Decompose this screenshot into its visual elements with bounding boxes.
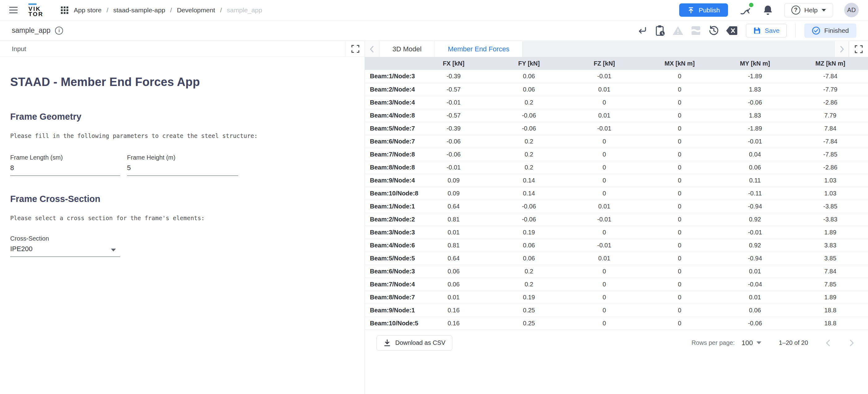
- cell-value: -0.94: [717, 252, 793, 265]
- table-footer: Download as CSV Rows per page: 100 1–20 …: [365, 330, 868, 356]
- history-icon[interactable]: [707, 24, 721, 37]
- top-bar-actions: Publish ? Help AD: [679, 3, 859, 17]
- cross-section-dropdown[interactable]: IPE200: [10, 245, 120, 257]
- frame-length-input[interactable]: 8: [10, 164, 120, 176]
- cell-value: 0.64: [416, 200, 491, 213]
- breadcrumb-app-store[interactable]: App store: [74, 6, 102, 14]
- warnings-icon[interactable]: [671, 24, 685, 37]
- row-label: Beam:9/Node:4: [365, 174, 416, 187]
- section-description: Please fill in the following parameters …: [10, 132, 352, 139]
- parametrization-form: STAAD - Member End Forces App Frame Geom…: [0, 57, 365, 257]
- cell-value: 0: [567, 291, 642, 304]
- app-store-grid-icon: [61, 6, 68, 14]
- row-label: Beam:1/Node:1: [365, 200, 416, 213]
- row-label: Beam:8/Node:8: [365, 161, 416, 174]
- publish-button[interactable]: Publish: [679, 3, 728, 17]
- tab-3d-model[interactable]: 3D Model: [379, 41, 435, 57]
- download-csv-button[interactable]: Download as CSV: [376, 335, 453, 351]
- table-row: Beam:8/Node:70.010.19000.011.89: [365, 291, 868, 304]
- tabs-scroll-right-icon[interactable]: [834, 41, 849, 57]
- editor-toolbar-actions: Save Finished: [635, 24, 856, 38]
- viktor-logo[interactable]: VIK TOR: [28, 3, 43, 17]
- cell-value: 0.16: [416, 304, 491, 317]
- cell-value: -0.06: [416, 148, 491, 161]
- cell-value: -0.01: [717, 135, 793, 148]
- cell-value: 1.89: [793, 226, 868, 239]
- frame-length-field[interactable]: Frame Length (sm) 8: [10, 154, 120, 176]
- layers-icon[interactable]: [689, 24, 703, 37]
- editor-toolbar: sample_app i: [0, 21, 868, 41]
- cell-value: 0.81: [416, 239, 491, 252]
- row-label: Beam:3/Node:3: [365, 226, 416, 239]
- cell-value: 0: [567, 135, 642, 148]
- help-button[interactable]: ? Help: [784, 3, 833, 17]
- cell-value: 7.84: [793, 265, 868, 278]
- frame-height-label: Frame Height (m): [127, 154, 238, 161]
- cell-value: 0: [642, 174, 717, 187]
- row-label: Beam:9/Node:1: [365, 304, 416, 317]
- row-label: Beam:7/Node:4: [365, 278, 416, 291]
- notifications-bell-icon[interactable]: [763, 4, 773, 16]
- cell-value: 0.09: [416, 187, 491, 200]
- return-to-editor-icon[interactable]: [635, 24, 649, 37]
- cell-value: 0: [567, 96, 642, 109]
- breadcrumb-environment[interactable]: Development: [177, 6, 215, 14]
- rows-per-page-value: 100: [742, 339, 753, 347]
- cell-value: 0: [567, 161, 642, 174]
- frame-height-field[interactable]: Frame Height (m) 5: [127, 154, 238, 176]
- table-row: Beam:2/Node:4-0.570.060.0101.83-7.79: [365, 83, 868, 96]
- cell-value: -0.06: [491, 109, 567, 122]
- breadcrumb-separator: /: [220, 6, 222, 14]
- cell-value: -0.04: [717, 278, 793, 291]
- row-label: Beam:1/Node:3: [365, 70, 416, 83]
- column-header-fz: FZ [kN]: [567, 57, 642, 70]
- tab-member-end-forces[interactable]: Member End Forces: [435, 41, 523, 57]
- input-fullscreen-icon[interactable]: [345, 41, 365, 57]
- avatar[interactable]: AD: [844, 3, 859, 17]
- cell-value: 0.2: [491, 265, 567, 278]
- breadcrumb-current-app: sample_app: [227, 6, 262, 14]
- column-header-mx: MX [kN m]: [642, 57, 717, 70]
- cell-value: -0.06: [491, 122, 567, 135]
- cell-value: 1.03: [793, 174, 868, 187]
- cell-value: 0: [642, 109, 717, 122]
- geometry-fields-row: Frame Length (sm) 8 Frame Height (m) 5: [10, 154, 352, 176]
- clipboard-history-icon[interactable]: [653, 24, 667, 37]
- cell-value: -0.06: [491, 200, 567, 213]
- download-icon: [383, 339, 391, 347]
- cell-value: 0: [642, 83, 717, 96]
- finished-button[interactable]: Finished: [804, 24, 856, 38]
- rows-per-page-select[interactable]: 100: [742, 339, 762, 347]
- clear-results-icon[interactable]: [725, 24, 739, 37]
- hamburger-menu-icon[interactable]: [9, 4, 22, 17]
- viktor-app-window: VIK TOR App store / staad-sample-app / D…: [0, 0, 868, 394]
- table-row: Beam:4/Node:60.810.06-0.0100.923.83: [365, 239, 868, 252]
- chevron-down-icon: [111, 249, 116, 251]
- integrations-icon[interactable]: [739, 4, 751, 17]
- cell-value: 0.06: [491, 252, 567, 265]
- row-label: Beam:10/Node:5: [365, 317, 416, 330]
- frame-height-input[interactable]: 5: [127, 164, 238, 176]
- cross-section-field[interactable]: Cross-Section IPE200: [10, 235, 120, 257]
- cell-value: -0.01: [567, 213, 642, 226]
- info-icon[interactable]: i: [55, 27, 63, 35]
- tabs-scroll-left-icon[interactable]: [365, 41, 379, 57]
- cell-value: 0.64: [416, 252, 491, 265]
- next-page-icon[interactable]: [848, 339, 855, 347]
- cell-value: -2.86: [793, 161, 868, 174]
- save-button[interactable]: Save: [746, 24, 787, 37]
- cell-value: 3.85: [793, 252, 868, 265]
- cross-section-label: Cross-Section: [10, 235, 120, 242]
- cell-value: 1.03: [793, 187, 868, 200]
- cell-value: 0.19: [491, 291, 567, 304]
- breadcrumb-repo[interactable]: staad-sample-app: [114, 6, 165, 14]
- download-csv-label: Download as CSV: [395, 339, 445, 346]
- table-header: FX [kN] FY [kN] FZ [kN] MX [kN m] MY [kN…: [365, 57, 868, 70]
- save-floppy-icon: [753, 27, 761, 35]
- finished-check-icon: [812, 26, 820, 35]
- results-fullscreen-icon[interactable]: [849, 41, 868, 57]
- integration-status-dot: [749, 3, 753, 7]
- previous-page-icon[interactable]: [825, 339, 832, 347]
- cell-value: 1.83: [717, 83, 793, 96]
- row-label: Beam:2/Node:4: [365, 83, 416, 96]
